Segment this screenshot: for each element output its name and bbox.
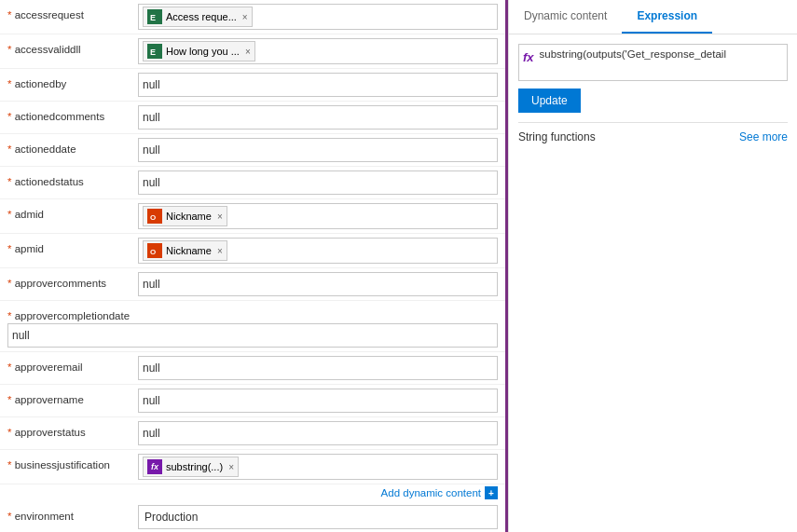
- tag-admid[interactable]: ONickname×: [143, 206, 227, 226]
- label-accessrequest: * accessrequest: [7, 4, 138, 20]
- required-star: *: [7, 459, 15, 471]
- label-approveremail: * approveremail: [7, 356, 138, 373]
- svg-text:E: E: [150, 13, 156, 22]
- form-row-actionedcomments: * actionedcommentsnull: [0, 102, 505, 134]
- required-star: *: [7, 176, 15, 187]
- green-icon: E: [147, 44, 162, 59]
- null-value-approvername: null: [143, 394, 160, 407]
- form-row-approvername: * approvernamenull: [0, 385, 505, 417]
- tab-dynamic-content[interactable]: Dynamic content: [509, 0, 622, 34]
- form-row-apmid: * apmidONickname×: [0, 234, 505, 268]
- tag-text: substring(...): [166, 461, 223, 472]
- field-approveremail[interactable]: null: [138, 356, 498, 380]
- field-admid[interactable]: ONickname×: [138, 203, 498, 229]
- string-functions-label: String functions: [518, 130, 596, 143]
- field-actionedby[interactable]: null: [138, 73, 498, 97]
- label-environment: * environment: [7, 505, 138, 522]
- field-approvername[interactable]: null: [138, 389, 498, 413]
- label-actionedby: * actionedby: [7, 73, 138, 89]
- field-approvercomments[interactable]: null: [138, 272, 498, 296]
- tab-expression[interactable]: Expression: [622, 0, 712, 34]
- tag-accessrequest[interactable]: EAccess reque...×: [143, 7, 253, 27]
- form-row-approvercompletiondate: * approvercompletiondatenull: [0, 301, 505, 352]
- tag-businessjustification[interactable]: fxsubstring(...)×: [143, 457, 239, 477]
- add-dynamic-label[interactable]: Add dynamic content: [381, 487, 481, 498]
- tag-text: Nickname: [166, 211, 212, 222]
- null-value-actionedby: null: [143, 78, 160, 91]
- orange-red-icon: O: [147, 209, 162, 224]
- side-panel-tabs: Dynamic content Expression: [509, 0, 797, 34]
- fx-icon: fx: [523, 48, 534, 64]
- form-row-actioneddate: * actioneddatenull: [0, 134, 505, 167]
- form-row-admid: * admidONickname×: [0, 199, 505, 234]
- field-actionedstatus[interactable]: null: [138, 171, 498, 195]
- field-apmid[interactable]: ONickname×: [138, 238, 498, 264]
- required-star: *: [7, 243, 15, 254]
- tag-close-icon[interactable]: ×: [217, 211, 223, 222]
- field-businessjustification[interactable]: fxsubstring(...)×: [138, 454, 498, 480]
- required-star: *: [7, 9, 15, 20]
- required-star: *: [7, 78, 15, 89]
- svg-text:O: O: [150, 248, 156, 256]
- required-star: *: [7, 111, 15, 122]
- field-actioneddate[interactable]: null: [138, 138, 498, 162]
- expression-panel: fx substring(outputs('Get_response_detai…: [509, 34, 797, 532]
- tag-close-icon[interactable]: ×: [217, 246, 223, 256]
- tag-text: Access reque...: [166, 11, 237, 22]
- null-value-approveremail: null: [143, 361, 160, 375]
- label-admid: * admid: [7, 203, 138, 220]
- required-star: *: [7, 44, 15, 55]
- null-value-approverstatus: null: [143, 427, 160, 440]
- form-row-approveremail: * approveremailnull: [0, 352, 505, 385]
- field-environment[interactable]: Production: [138, 505, 498, 529]
- label-apmid: * apmid: [7, 238, 138, 254]
- required-star: *: [7, 361, 15, 373]
- field-actionedcomments[interactable]: null: [138, 105, 498, 130]
- tag-close-icon[interactable]: ×: [245, 47, 251, 57]
- tag-close-icon[interactable]: ×: [242, 12, 248, 22]
- field-value-environment: Production: [144, 511, 198, 524]
- see-more-link[interactable]: See more: [739, 130, 788, 143]
- form-row-accessrequest: * accessrequestEAccess reque...×: [0, 0, 505, 34]
- required-star: *: [7, 427, 15, 438]
- form-row-businessjustification: * businessjustificationfxsubstring(...)×: [0, 450, 505, 484]
- form-row-environment: * environmentProduction: [0, 501, 505, 532]
- svg-text:O: O: [150, 213, 156, 222]
- label-approvercompletiondate: * approvercompletiondate: [7, 305, 498, 323]
- label-actionedcomments: * actionedcomments: [7, 105, 138, 122]
- green-icon: E: [147, 9, 162, 24]
- orange-red-icon: O: [147, 243, 162, 258]
- tag-close-icon[interactable]: ×: [228, 462, 234, 472]
- form-row-approvercomments: * approvercommentsnull: [0, 268, 505, 301]
- required-star: *: [7, 143, 15, 155]
- tag-apmid[interactable]: ONickname×: [143, 240, 227, 261]
- field-approverstatus[interactable]: null: [138, 421, 498, 445]
- tag-text: Nickname: [166, 245, 212, 256]
- expression-input-box[interactable]: fx substring(outputs('Get_response_detai…: [518, 44, 788, 81]
- null-value-actionedcomments: null: [143, 111, 160, 124]
- label-approverstatus: * approverstatus: [7, 421, 138, 438]
- field-accessrequest[interactable]: EAccess reque...×: [138, 4, 498, 30]
- svg-text:E: E: [150, 48, 156, 57]
- form-row-approverstatus: * approverstatusnull: [0, 417, 505, 450]
- null-value-actionedstatus: null: [143, 176, 160, 189]
- form-row-actionedby: * actionedbynull: [0, 69, 505, 102]
- label-approvercomments: * approvercomments: [7, 272, 138, 289]
- expression-value[interactable]: substring(outputs('Get_response_detail: [540, 48, 783, 60]
- add-dynamic-content-row[interactable]: Add dynamic content+: [0, 484, 505, 501]
- required-star: *: [7, 209, 15, 220]
- label-businessjustification: * businessjustification: [7, 454, 138, 471]
- label-accessvaliddll: * accessvaliddll: [7, 38, 138, 55]
- null-value-actioneddate: null: [143, 143, 160, 157]
- form-row-accessvaliddll: * accessvaliddllEHow long you ...×: [0, 34, 505, 69]
- null-value-approvercomments: null: [143, 278, 160, 291]
- field-accessvaliddll[interactable]: EHow long you ...×: [138, 38, 498, 64]
- tag-accessvaliddll[interactable]: EHow long you ...×: [143, 41, 255, 61]
- required-star: *: [7, 394, 15, 405]
- field-approvercompletiondate[interactable]: null: [7, 323, 498, 348]
- string-functions-row: String functions See more: [518, 122, 788, 143]
- update-button[interactable]: Update: [518, 89, 581, 113]
- required-star: *: [7, 310, 15, 321]
- label-actionedstatus: * actionedstatus: [7, 171, 138, 187]
- form-panel: * accessrequestEAccess reque...×* access…: [0, 0, 508, 532]
